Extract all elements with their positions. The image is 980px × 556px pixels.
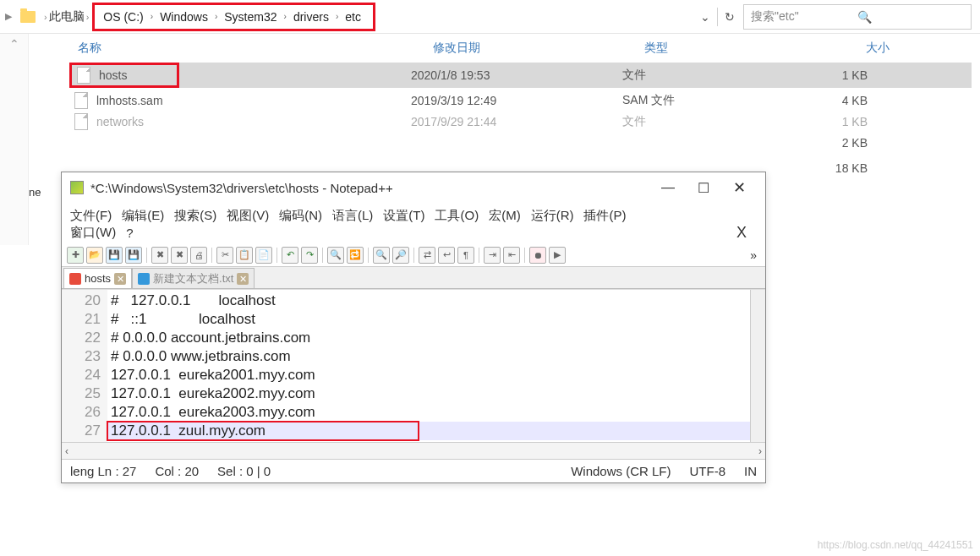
save-all-icon[interactable]: 💾: [125, 247, 142, 264]
breadcrumb-item[interactable]: drivers: [288, 10, 334, 24]
breadcrumb-item[interactable]: Windows: [155, 10, 213, 24]
file-name: hosts: [99, 68, 127, 82]
new-file-icon[interactable]: ✚: [67, 247, 84, 264]
file-size: 1 KB: [791, 68, 893, 82]
file-row[interactable]: lmhosts.sam 2019/3/19 12:49 SAM 文件 4 KB: [69, 88, 972, 113]
menu-file[interactable]: 文件(F): [70, 208, 112, 224]
code-line: # ::1 localhost: [107, 310, 750, 329]
save-icon[interactable]: 💾: [106, 247, 123, 264]
file-size: 18 KB: [791, 161, 893, 175]
print-icon[interactable]: 🖨: [190, 247, 207, 264]
file-size: 1 KB: [791, 115, 893, 128]
macro-play-icon[interactable]: ▶: [549, 247, 566, 264]
sync-icon[interactable]: ⇄: [419, 247, 435, 264]
breadcrumb-highlight: OS (C:) › Windows › System32 › drivers ›…: [92, 3, 375, 31]
notepad-window: *C:\Windows\System32\drivers\etc\hosts -…: [61, 172, 766, 483]
status-col: Col : 20: [151, 464, 202, 478]
dropdown-icon[interactable]: ⌄: [700, 10, 710, 24]
chevron-right-icon: ›: [44, 12, 47, 22]
close-all-icon[interactable]: ✖: [171, 247, 188, 264]
menu-bar: 文件(F) 编辑(E) 搜索(S) 视图(V) 编码(N) 语言(L) 设置(T…: [62, 203, 765, 243]
code-line: 127.0.0.1 eureka2001.myy.com: [107, 366, 750, 384]
separator: [479, 248, 479, 263]
file-row[interactable]: networks 2017/9/29 21:44 文件 1 KB: [69, 113, 972, 130]
vertical-scrollbar[interactable]: [750, 290, 765, 442]
menu-view[interactable]: 视图(V): [227, 208, 269, 224]
breadcrumb-item[interactable]: System32: [219, 10, 282, 24]
macro-record-icon[interactable]: ⏺: [529, 247, 546, 264]
file-name: networks: [96, 115, 144, 128]
chevron-right-icon: ›: [334, 12, 340, 21]
toolbar-more-icon[interactable]: »: [747, 248, 760, 262]
separator: [717, 8, 718, 26]
minimize-button[interactable]: —: [650, 180, 686, 195]
open-file-icon[interactable]: 📂: [86, 247, 103, 264]
file-icon: [74, 92, 88, 109]
find-icon[interactable]: 🔍: [327, 247, 344, 264]
breadcrumb-root[interactable]: 此电脑: [49, 9, 85, 25]
file-type: 文件: [622, 114, 791, 129]
menu-edit[interactable]: 编辑(E): [122, 208, 164, 224]
code-line: # 0.0.0.0 www.jetbrains.com: [107, 347, 750, 366]
status-encoding: UTF-8: [687, 464, 730, 478]
file-row[interactable]: 2 KB: [69, 130, 972, 155]
menu-macro[interactable]: 宏(M): [489, 208, 521, 224]
wrap-icon[interactable]: ↩: [438, 247, 455, 264]
menu-language[interactable]: 语言(L): [332, 208, 373, 224]
close-button[interactable]: ✕: [721, 178, 757, 197]
tab-hosts[interactable]: hosts ✕: [63, 268, 132, 288]
file-row[interactable]: hosts 2020/1/8 19:53 文件 1 KB: [69, 63, 972, 88]
file-icon: [74, 113, 88, 130]
scroll-right-icon[interactable]: ›: [758, 445, 762, 457]
menu-search[interactable]: 搜索(S): [174, 208, 216, 224]
replace-icon[interactable]: 🔁: [347, 247, 364, 264]
watermark: https://blog.csdn.net/qq_44241551: [818, 539, 973, 551]
code-line: # 127.0.0.1 localhost: [107, 292, 750, 310]
indent-icon[interactable]: ⇥: [484, 247, 501, 264]
col-type[interactable]: 类型: [644, 41, 813, 56]
menu-help[interactable]: ?: [126, 226, 133, 240]
undo-icon[interactable]: ↶: [282, 247, 298, 264]
status-eol: Windows (CR LF): [567, 464, 674, 478]
show-all-icon[interactable]: ¶: [457, 247, 474, 264]
menu-settings[interactable]: 设置(T): [383, 208, 424, 224]
menu-encoding[interactable]: 编码(N): [279, 208, 322, 224]
separator: [368, 248, 369, 263]
folder-icon[interactable]: [20, 11, 36, 23]
cut-icon[interactable]: ✂: [216, 247, 233, 264]
tab-close-icon[interactable]: ✕: [237, 273, 249, 285]
menu-window[interactable]: 窗口(W): [70, 225, 116, 241]
refresh-icon[interactable]: ↻: [725, 10, 735, 24]
search-icon[interactable]: 🔍: [857, 10, 964, 24]
window-titlebar[interactable]: *C:\Windows\System32\drivers\etc\hosts -…: [62, 172, 765, 203]
chevron-right-icon[interactable]: ▶: [5, 11, 12, 22]
separator: [276, 248, 277, 263]
zoom-in-icon[interactable]: 🔍: [373, 247, 390, 264]
redo-icon[interactable]: ↷: [301, 247, 318, 264]
menu-plugins[interactable]: 插件(P): [583, 208, 626, 224]
tab-close-icon[interactable]: ✕: [114, 273, 126, 285]
search-input[interactable]: 搜索"etc" 🔍: [743, 4, 972, 30]
editor-tabs: hosts ✕ 新建文本文档.txt ✕: [62, 267, 765, 289]
copy-icon[interactable]: 📋: [236, 247, 253, 264]
col-size[interactable]: 大小: [813, 41, 915, 56]
nav-scroll-up-icon[interactable]: ⌃: [0, 34, 29, 245]
tab-close-icon[interactable]: X: [736, 224, 747, 242]
outdent-icon[interactable]: ⇤: [503, 247, 520, 264]
code-area[interactable]: # 127.0.0.1 localhost # ::1 localhost # …: [107, 290, 750, 442]
menu-tools[interactable]: 工具(O): [435, 208, 479, 224]
toolbar: ✚ 📂 💾 💾 ✖ ✖ 🖨 ✂ 📋 📄 ↶ ↷ 🔍 🔁 🔍 🔎 ⇄ ↩ ¶ ⇥ …: [62, 243, 765, 267]
col-name[interactable]: 名称: [69, 41, 433, 56]
chevron-right-icon: ›: [86, 12, 90, 22]
paste-icon[interactable]: 📄: [255, 247, 272, 264]
breadcrumb-item[interactable]: etc: [340, 10, 366, 24]
horizontal-scrollbar[interactable]: ‹ ›: [62, 442, 765, 459]
col-date[interactable]: 修改日期: [433, 41, 644, 56]
breadcrumb-item[interactable]: OS (C:): [98, 10, 148, 24]
menu-run[interactable]: 运行(R): [531, 208, 574, 224]
tab-newtxt[interactable]: 新建文本文档.txt ✕: [132, 268, 255, 288]
zoom-out-icon[interactable]: 🔎: [392, 247, 409, 264]
scroll-left-icon[interactable]: ‹: [65, 445, 68, 457]
maximize-button[interactable]: ☐: [686, 180, 721, 196]
close-file-icon[interactable]: ✖: [151, 247, 168, 264]
